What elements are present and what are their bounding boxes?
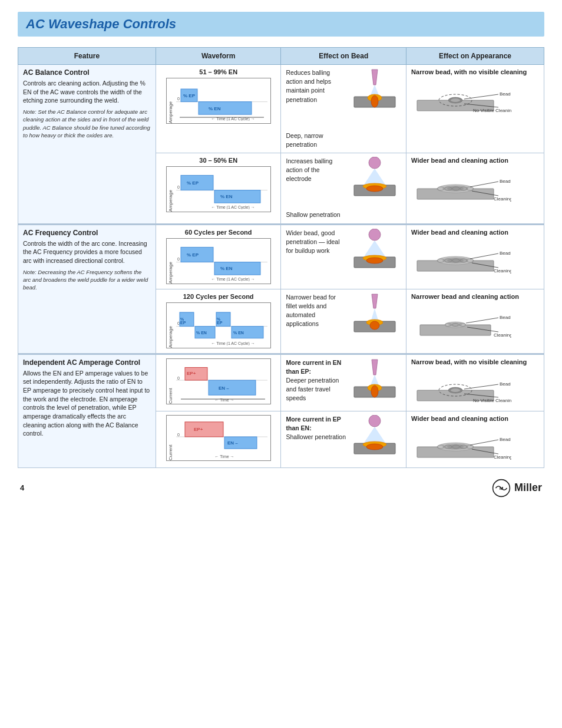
svg-text:EP: EP	[217, 321, 223, 325]
effect-appear-cell-more_en: Narrow bead, with no visible cleaning Be…	[406, 354, 544, 411]
weld-svg	[348, 68, 401, 110]
svg-text:Bead: Bead	[500, 315, 511, 320]
waveform-diagram: Amperage 0 % EP % EN ← Time (1 AC Cycle)…	[166, 166, 271, 212]
weld-diagram	[348, 415, 401, 457]
effect-bead-cell-120hz: Narrower bead for fillet welds and autom…	[281, 289, 406, 353]
svg-text:0: 0	[177, 432, 180, 436]
appearance-svg: Bead Cleaning	[411, 424, 511, 463]
effect-bead-cell-more_en: More current in EN than EP:Deeper penetr…	[281, 354, 406, 411]
appear-label: Wider bead and cleaning action	[411, 415, 539, 422]
effect-appear-cell-60hz: Wider bead and cleaning action Bead Clea…	[406, 225, 544, 289]
footer: 4 M Miller	[18, 479, 544, 498]
waveform-label: 60 Cycles per Second	[161, 229, 276, 236]
waveform-diagram: Amperage 0 % EP % EN ← Time (1 AC Cycle)…	[166, 78, 271, 124]
svg-text:Bead: Bead	[500, 91, 511, 97]
svg-point-133	[369, 415, 381, 427]
feature-note: Note: Decreasing the AC Frequency soften…	[23, 268, 151, 292]
waveform-diagram: Current 0 EP+ EN – ← Time →	[166, 415, 271, 461]
feature-note: Note: Set the AC Balance control for ade…	[23, 108, 151, 139]
feature-cell-ac-amperage: Independent AC Amperage Control Allows t…	[18, 354, 156, 467]
waveform-cell-more_en: Current 0 EP+ EN – ← Time →	[156, 354, 281, 411]
svg-text:← Time (1 AC Cycle) →: ← Time (1 AC Cycle) →	[211, 205, 254, 209]
waveform-cell-low_en: 30 – 50% EN Amperage 0 % EP % EN ← Time …	[156, 153, 281, 223]
svg-text:% EN: % EN	[220, 266, 233, 271]
feature-cell-ac-balance: AC Balance Control Controls arc cleaning…	[18, 65, 156, 224]
svg-text:% EN: % EN	[220, 194, 233, 199]
waveform-diagram: Current 0 EP+ EN – ← Time →	[166, 358, 271, 404]
feature-cell-ac-frequency: AC Frequency Control Controls the width …	[18, 225, 156, 353]
appearance-svg: Bead No Visible Cleaning	[411, 368, 511, 406]
weld-svg	[348, 229, 401, 270]
svg-text:EP+: EP+	[187, 371, 196, 376]
svg-line-99	[466, 318, 498, 323]
feature-title: AC Frequency Control	[23, 229, 151, 237]
effect-bead-cell-more_ep: More current in EP than EN:Shallower pen…	[281, 411, 406, 467]
appear-label: Wider bead and cleaning action	[411, 229, 539, 236]
svg-point-119	[451, 388, 460, 392]
appearance-svg: Bead Cleaning	[411, 238, 511, 276]
weld-svg	[348, 293, 401, 334]
svg-text:EP: EP	[180, 321, 186, 325]
svg-text:← Time →: ← Time →	[214, 454, 234, 458]
effect-bead-cell-60hz: Wider bead, good penetration — ideal for…	[281, 225, 406, 289]
svg-text:No Visible Cleaning: No Visible Cleaning	[473, 398, 511, 403]
waveform-svg: 0 % EP % EN ← Time (1 AC Cycle) →	[176, 239, 267, 281]
svg-rect-128	[185, 421, 223, 436]
svg-text:EP+: EP+	[194, 426, 203, 431]
waveform-svg: 0 EP+ EN – ← Time →	[176, 359, 267, 401]
miller-logo-text: Miller	[514, 482, 542, 494]
effect-appear-cell-high_en: Narrow bead, with no visible cleaning Be…	[406, 65, 544, 153]
svg-text:Cleaning: Cleaning	[494, 196, 511, 202]
waveform-cell-more_ep: Current 0 EP+ EN – ← Time →	[156, 411, 281, 467]
svg-text:Cleaning: Cleaning	[494, 268, 511, 274]
svg-point-60	[366, 258, 383, 263]
svg-point-116	[371, 386, 378, 397]
svg-text:% EN: % EN	[233, 330, 244, 334]
svg-rect-4	[199, 102, 252, 115]
effect-appear-cell-more_ep: Wider bead and cleaning action Bead Clea…	[406, 411, 544, 467]
effect-bead-cell-high_en: Reduces balling action and helps maintai…	[281, 65, 406, 153]
svg-text:% EN: % EN	[209, 106, 221, 111]
weld-svg	[348, 157, 401, 198]
feature-desc: Controls arc cleaning action. Adjusting …	[23, 79, 151, 105]
effect-bead-text: Increases balling action of the electrod…	[286, 157, 346, 220]
svg-text:Bead: Bead	[500, 381, 511, 387]
svg-text:0: 0	[177, 97, 180, 101]
feature-title: Independent AC Amperage Control	[23, 358, 151, 367]
svg-text:% EP: % EP	[183, 93, 196, 98]
effect-bead-text: Wider bead, good penetration — ideal for…	[286, 229, 346, 256]
svg-marker-88	[372, 294, 378, 308]
effect-bead-text: More current in EN than EP:Deeper penetr…	[286, 358, 346, 403]
col-effect-bead: Effect on Bead	[281, 48, 406, 65]
svg-text:% EP: % EP	[187, 252, 199, 257]
svg-text:Cleaning: Cleaning	[494, 454, 511, 460]
weld-diagram	[348, 157, 401, 199]
svg-text:Bead: Bead	[500, 437, 511, 442]
waveform-label: 120 Cycles per Second	[161, 293, 276, 300]
weld-diagram	[348, 293, 401, 335]
waveform-ylabel: Current	[168, 416, 173, 460]
svg-line-44	[470, 182, 498, 187]
col-effect-appear: Effect on Appearance	[406, 48, 544, 65]
svg-text:0: 0	[177, 257, 180, 261]
appear-label: Narrower bead and cleaning action	[411, 293, 539, 300]
page-title: AC Waveshape Controls	[26, 17, 536, 32]
svg-point-34	[366, 186, 383, 192]
waveform-ylabel: Amperage	[168, 167, 173, 212]
waveform-diagram: Amperage 0 % EP % EN % EP % EN ← Time (1…	[166, 302, 271, 348]
feature-title: AC Balance Control	[23, 68, 151, 77]
svg-line-121	[464, 384, 498, 389]
weld-svg	[348, 415, 401, 456]
svg-point-137	[366, 444, 383, 450]
waveform-ylabel: Amperage	[168, 239, 173, 284]
waveform-cell-60hz: 60 Cycles per Second Amperage 0 % EP % E…	[156, 225, 281, 289]
waveform-svg: 0 % EP % EN % EP % EN ← Time (1 AC Cycle…	[176, 303, 267, 345]
svg-text:Cleaning: Cleaning	[494, 332, 511, 338]
waveform-ylabel: Amperage	[168, 78, 173, 123]
col-feature: Feature	[18, 48, 156, 65]
svg-text:% EN: % EN	[196, 330, 207, 334]
table-row: AC Balance Control Controls arc cleaning…	[18, 65, 544, 153]
appear-label: Narrow bead, with no visible cleaning	[411, 68, 539, 75]
weld-diagram	[348, 229, 401, 271]
weld-diagram	[348, 358, 401, 401]
